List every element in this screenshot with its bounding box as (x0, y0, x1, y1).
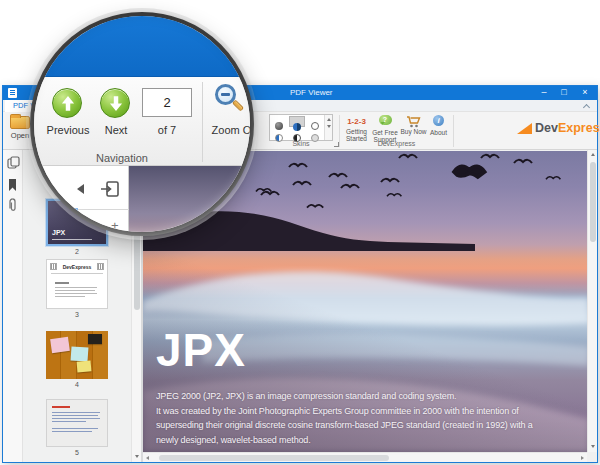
page-thumbnails-icon[interactable] (7, 156, 20, 169)
skin-swatch[interactable] (307, 116, 323, 127)
magnified-titlebar (34, 16, 250, 77)
down-arrow-icon (108, 95, 124, 112)
paperclip-icon[interactable] (7, 197, 18, 213)
shopping-cart-icon (400, 114, 427, 129)
skin-swatch[interactable] (307, 128, 323, 139)
devexpress-logo: DevExpress® (517, 120, 597, 140)
thumbnail-page-4[interactable] (46, 331, 108, 379)
info-icon: i (433, 115, 444, 126)
next-page-button[interactable] (100, 88, 130, 118)
document-heading: JPX (156, 323, 246, 377)
scrollbar-corner (587, 452, 597, 462)
dock-panel-icon[interactable] (100, 179, 120, 199)
group-separator (339, 115, 340, 147)
app-icon (8, 88, 17, 98)
scroll-up-icon[interactable] (588, 150, 598, 160)
bookmark-icon[interactable] (7, 178, 18, 192)
page-number: 4 (46, 381, 108, 389)
minimize-button[interactable]: – (535, 86, 553, 100)
page-number-input[interactable]: 2 (142, 88, 192, 117)
close-button[interactable]: × (576, 86, 594, 100)
page-count-label: of 7 (142, 124, 192, 136)
devexpress-logo-icon (517, 123, 532, 134)
speech-bubble-icon: ? (379, 115, 392, 125)
scrollbar-thumb[interactable] (590, 162, 596, 242)
next-label: Next (94, 124, 138, 136)
collapse-panel-icon[interactable] (77, 184, 84, 194)
group-separator (453, 115, 454, 147)
thumbnail-page-3[interactable]: DevExpress (46, 259, 108, 309)
page-number: 5 (46, 449, 108, 457)
skin-swatch[interactable] (289, 128, 305, 139)
magnifier-circle: Previous Next 2 of 7 Zoom Out Navigation… (30, 12, 254, 236)
skins-gallery (269, 114, 333, 141)
gallery-scroll-down-icon[interactable] (327, 125, 331, 128)
up-arrow-icon (60, 95, 76, 112)
horizontal-scrollbar[interactable] (143, 452, 587, 462)
page-number: 2 (46, 248, 108, 256)
folder-icon (10, 116, 30, 129)
getting-started-icon: 1-2-3 (343, 114, 370, 129)
previous-page-button[interactable] (52, 88, 82, 118)
zoom-in-plus-icon[interactable]: + (111, 218, 119, 233)
toolbar-separator (202, 82, 203, 162)
window-title: PDF Viewer (290, 88, 333, 97)
maximize-button[interactable]: □ (555, 86, 573, 100)
document-body: JPEG 2000 (JP2, JPX) is an image compres… (156, 389, 533, 447)
previous-label: Previous (40, 124, 96, 136)
page-number: 3 (46, 311, 108, 319)
zoom-out-button[interactable] (215, 84, 245, 114)
thumbnail-page-5[interactable] (46, 399, 108, 447)
vertical-scrollbar[interactable] (587, 150, 597, 452)
gallery-scroll-up-icon[interactable] (327, 118, 331, 121)
navigation-group-label: Navigation (70, 152, 174, 164)
screenshot-root: PDF Viewer – □ × PDF Viewer Open (0, 0, 600, 465)
collapse-ribbon-icon[interactable] (584, 104, 590, 110)
scroll-left-icon[interactable] (146, 456, 149, 460)
scroll-down-icon[interactable] (588, 442, 598, 452)
sidebar-icon-strip (3, 150, 23, 462)
scroll-right-icon[interactable] (581, 456, 584, 460)
scrollbar-thumb[interactable] (159, 455, 389, 461)
skin-swatch[interactable] (271, 116, 287, 127)
devexpress-group-label: DevExpress (343, 140, 450, 147)
gallery-scroll (324, 115, 332, 140)
skin-swatch[interactable] (271, 128, 287, 139)
zoom-out-label: Zoom Out (198, 124, 254, 136)
skin-swatch-selected[interactable] (289, 116, 305, 127)
skins-group-label: Skins (269, 140, 333, 147)
